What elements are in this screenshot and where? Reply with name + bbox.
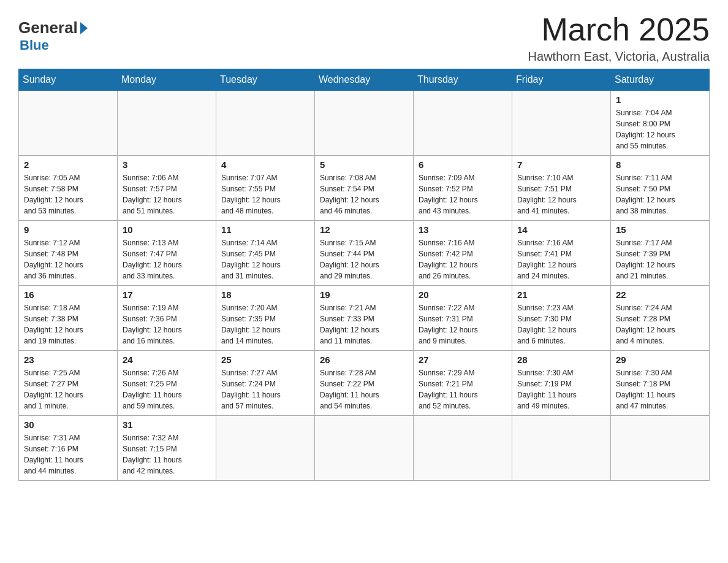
day-number: 30	[24, 419, 112, 430]
day-number: 18	[221, 289, 309, 300]
day-info: Sunrise: 7:07 AM Sunset: 7:55 PM Dayligh…	[221, 172, 309, 216]
calendar-cell	[216, 91, 315, 156]
calendar-cell: 30Sunrise: 7:31 AM Sunset: 7:16 PM Dayli…	[19, 416, 118, 481]
calendar-cell: 5Sunrise: 7:08 AM Sunset: 7:54 PM Daylig…	[315, 156, 414, 221]
day-number: 15	[616, 224, 704, 235]
weekday-header-friday: Friday	[512, 69, 611, 91]
day-info: Sunrise: 7:13 AM Sunset: 7:47 PM Dayligh…	[123, 237, 211, 282]
day-number: 13	[419, 224, 507, 235]
day-info: Sunrise: 7:15 AM Sunset: 7:44 PM Dayligh…	[320, 237, 408, 282]
day-info: Sunrise: 7:30 AM Sunset: 7:18 PM Dayligh…	[616, 367, 704, 412]
day-number: 10	[123, 224, 211, 235]
calendar-cell: 1Sunrise: 7:04 AM Sunset: 8:00 PM Daylig…	[611, 91, 710, 156]
day-info: Sunrise: 7:09 AM Sunset: 7:52 PM Dayligh…	[419, 172, 507, 216]
calendar-cell: 24Sunrise: 7:26 AM Sunset: 7:25 PM Dayli…	[118, 351, 216, 416]
day-info: Sunrise: 7:20 AM Sunset: 7:35 PM Dayligh…	[221, 302, 309, 347]
calendar-cell: 11Sunrise: 7:14 AM Sunset: 7:45 PM Dayli…	[216, 221, 315, 286]
month-title: March 2025	[528, 12, 710, 47]
calendar-week-row: 30Sunrise: 7:31 AM Sunset: 7:16 PM Dayli…	[19, 416, 710, 481]
day-info: Sunrise: 7:30 AM Sunset: 7:19 PM Dayligh…	[517, 367, 605, 412]
day-number: 31	[123, 419, 211, 430]
calendar-cell	[414, 416, 512, 481]
calendar-cell	[315, 416, 414, 481]
calendar-cell: 22Sunrise: 7:24 AM Sunset: 7:28 PM Dayli…	[611, 286, 710, 351]
day-info: Sunrise: 7:17 AM Sunset: 7:39 PM Dayligh…	[616, 237, 704, 282]
weekday-header-thursday: Thursday	[414, 69, 512, 91]
calendar-cell: 8Sunrise: 7:11 AM Sunset: 7:50 PM Daylig…	[611, 156, 710, 221]
day-info: Sunrise: 7:23 AM Sunset: 7:30 PM Dayligh…	[517, 302, 605, 347]
day-number: 19	[320, 289, 408, 300]
day-number: 24	[123, 354, 211, 365]
calendar-cell: 18Sunrise: 7:20 AM Sunset: 7:35 PM Dayli…	[216, 286, 315, 351]
calendar-week-row: 2Sunrise: 7:05 AM Sunset: 7:58 PM Daylig…	[19, 156, 710, 221]
calendar-cell	[414, 91, 512, 156]
day-info: Sunrise: 7:31 AM Sunset: 7:16 PM Dayligh…	[24, 432, 112, 477]
calendar-cell	[512, 416, 611, 481]
day-info: Sunrise: 7:16 AM Sunset: 7:42 PM Dayligh…	[419, 237, 507, 282]
day-number: 9	[24, 224, 112, 235]
weekday-header-sunday: Sunday	[19, 69, 118, 91]
day-info: Sunrise: 7:16 AM Sunset: 7:41 PM Dayligh…	[517, 237, 605, 282]
weekday-header-row: SundayMondayTuesdayWednesdayThursdayFrid…	[19, 69, 710, 91]
day-number: 28	[517, 354, 605, 365]
calendar-cell: 9Sunrise: 7:12 AM Sunset: 7:48 PM Daylig…	[19, 221, 118, 286]
calendar-cell: 10Sunrise: 7:13 AM Sunset: 7:47 PM Dayli…	[118, 221, 216, 286]
day-number: 16	[24, 289, 112, 300]
calendar-table: SundayMondayTuesdayWednesdayThursdayFrid…	[18, 69, 710, 481]
day-number: 1	[616, 94, 704, 105]
calendar-cell: 14Sunrise: 7:16 AM Sunset: 7:41 PM Dayli…	[512, 221, 611, 286]
day-info: Sunrise: 7:27 AM Sunset: 7:24 PM Dayligh…	[221, 367, 309, 412]
day-number: 5	[320, 159, 408, 170]
day-info: Sunrise: 7:25 AM Sunset: 7:27 PM Dayligh…	[24, 367, 112, 412]
day-info: Sunrise: 7:21 AM Sunset: 7:33 PM Dayligh…	[320, 302, 408, 347]
day-number: 7	[517, 159, 605, 170]
day-info: Sunrise: 7:12 AM Sunset: 7:48 PM Dayligh…	[24, 237, 112, 282]
day-info: Sunrise: 7:22 AM Sunset: 7:31 PM Dayligh…	[419, 302, 507, 347]
day-info: Sunrise: 7:26 AM Sunset: 7:25 PM Dayligh…	[123, 367, 211, 412]
logo-blue-text: Blue	[20, 37, 49, 53]
day-info: Sunrise: 7:29 AM Sunset: 7:21 PM Dayligh…	[419, 367, 507, 412]
day-number: 23	[24, 354, 112, 365]
day-info: Sunrise: 7:06 AM Sunset: 7:57 PM Dayligh…	[123, 172, 211, 216]
calendar-week-row: 23Sunrise: 7:25 AM Sunset: 7:27 PM Dayli…	[19, 351, 710, 416]
weekday-header-monday: Monday	[118, 69, 216, 91]
day-info: Sunrise: 7:32 AM Sunset: 7:15 PM Dayligh…	[123, 432, 211, 477]
day-number: 2	[24, 159, 112, 170]
day-number: 11	[221, 224, 309, 235]
calendar-cell: 26Sunrise: 7:28 AM Sunset: 7:22 PM Dayli…	[315, 351, 414, 416]
calendar-cell: 7Sunrise: 7:10 AM Sunset: 7:51 PM Daylig…	[512, 156, 611, 221]
calendar-cell: 31Sunrise: 7:32 AM Sunset: 7:15 PM Dayli…	[118, 416, 216, 481]
day-number: 12	[320, 224, 408, 235]
calendar-week-row: 1Sunrise: 7:04 AM Sunset: 8:00 PM Daylig…	[19, 91, 710, 156]
day-number: 27	[419, 354, 507, 365]
calendar-week-row: 16Sunrise: 7:18 AM Sunset: 7:38 PM Dayli…	[19, 286, 710, 351]
calendar-cell	[611, 416, 710, 481]
day-number: 26	[320, 354, 408, 365]
calendar-cell	[512, 91, 611, 156]
logo: General Blue	[18, 12, 88, 53]
calendar-cell: 12Sunrise: 7:15 AM Sunset: 7:44 PM Dayli…	[315, 221, 414, 286]
day-info: Sunrise: 7:05 AM Sunset: 7:58 PM Dayligh…	[24, 172, 112, 216]
calendar-cell: 29Sunrise: 7:30 AM Sunset: 7:18 PM Dayli…	[611, 351, 710, 416]
day-number: 8	[616, 159, 704, 170]
day-info: Sunrise: 7:10 AM Sunset: 7:51 PM Dayligh…	[517, 172, 605, 216]
calendar-cell	[19, 91, 118, 156]
day-info: Sunrise: 7:04 AM Sunset: 8:00 PM Dayligh…	[616, 107, 704, 151]
day-number: 4	[221, 159, 309, 170]
page-header: General Blue March 2025 Hawthorn East, V…	[18, 12, 710, 64]
day-info: Sunrise: 7:28 AM Sunset: 7:22 PM Dayligh…	[320, 367, 408, 412]
weekday-header-wednesday: Wednesday	[315, 69, 414, 91]
calendar-cell: 17Sunrise: 7:19 AM Sunset: 7:36 PM Dayli…	[118, 286, 216, 351]
day-number: 17	[123, 289, 211, 300]
day-info: Sunrise: 7:24 AM Sunset: 7:28 PM Dayligh…	[616, 302, 704, 347]
day-number: 14	[517, 224, 605, 235]
calendar-cell	[216, 416, 315, 481]
calendar-cell: 13Sunrise: 7:16 AM Sunset: 7:42 PM Dayli…	[414, 221, 512, 286]
calendar-cell: 4Sunrise: 7:07 AM Sunset: 7:55 PM Daylig…	[216, 156, 315, 221]
day-info: Sunrise: 7:18 AM Sunset: 7:38 PM Dayligh…	[24, 302, 112, 347]
day-number: 29	[616, 354, 704, 365]
logo-general-text: General	[18, 18, 88, 37]
weekday-header-tuesday: Tuesday	[216, 69, 315, 91]
day-number: 21	[517, 289, 605, 300]
calendar-cell	[118, 91, 216, 156]
